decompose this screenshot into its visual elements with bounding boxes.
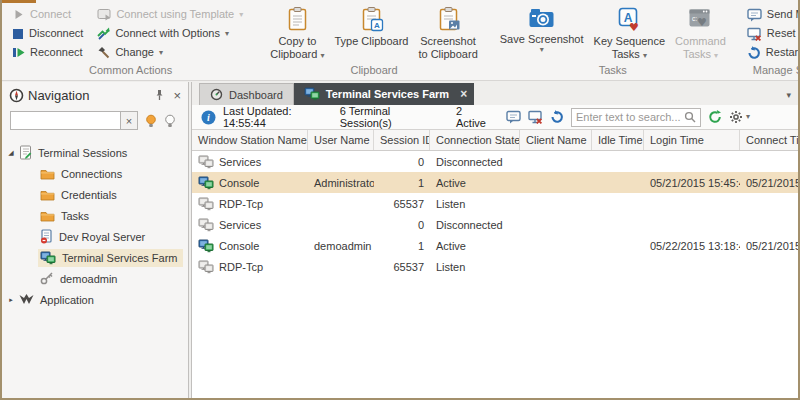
copy-to-clipboard-button[interactable]: Copy to Clipboard ▾	[265, 5, 329, 64]
lightbulb-on-icon[interactable]	[145, 114, 157, 128]
button-label: Reset Session	[767, 24, 800, 43]
table-row[interactable]: Services0Disconnected	[192, 214, 798, 235]
tree-item-terminal-sessions[interactable]: ◢Terminal Sessions	[2, 142, 188, 163]
station-name: Services	[219, 219, 261, 231]
connect-using-template-button[interactable]: Connect using Template ▾	[93, 5, 247, 24]
tab-label: Dashboard	[229, 89, 283, 101]
button-label: Type Clipboard	[334, 35, 408, 48]
expanded-arrow-icon[interactable]: ◢	[5, 149, 17, 157]
cell-state: Listen	[430, 261, 520, 273]
screenshot-to-clipboard-button[interactable]: Screenshot to Clipboard	[413, 5, 482, 64]
tab-strip: Dashboard Terminal Services Farm × ▾	[192, 82, 798, 105]
table-row[interactable]: ConsoleAdministrator1Active05/21/2015 15…	[192, 172, 798, 193]
reset-session-icon[interactable]	[528, 110, 543, 124]
navigation-compass-icon	[9, 88, 24, 103]
cell-state: Active	[430, 240, 520, 252]
type-clipboard-button[interactable]: A Type Clipboard	[329, 5, 413, 64]
reconnect-icon	[12, 46, 25, 59]
cell-user: demoadmin	[308, 240, 374, 252]
collapsed-arrow-icon[interactable]: ▸	[5, 296, 17, 304]
cell-session-id: 65537	[374, 261, 430, 273]
svg-text:♥: ♥	[698, 16, 708, 29]
tree-item-dev-royal-server[interactable]: Dev Royal Server	[2, 226, 188, 247]
navigation-search-box: ×	[10, 111, 138, 130]
send-message-button[interactable]: Send Message	[743, 5, 800, 24]
save-screenshot-button[interactable]: Save Screenshot ▾	[495, 5, 589, 64]
navigation-search-input[interactable]	[11, 112, 120, 129]
tree-item-connections[interactable]: Connections	[2, 163, 188, 184]
folder-icon	[40, 189, 55, 201]
tree-item-demoadmin[interactable]: demoadmin	[2, 268, 188, 289]
cell-station: Services	[192, 218, 308, 232]
tree-item-tasks[interactable]: Tasks	[2, 205, 188, 226]
disconnect-button[interactable]: Disconnect	[8, 24, 87, 43]
connect-with-options-button[interactable]: Connect with Options ▾	[93, 24, 247, 43]
pin-icon[interactable]	[154, 89, 165, 101]
active-count-text: 2 Active	[456, 105, 493, 129]
command-tasks-button[interactable]: c:♥ Command Tasks ▾	[670, 5, 731, 64]
table-search-box	[571, 108, 701, 127]
table-search-input[interactable]	[576, 111, 681, 123]
column-header-client-name[interactable]: Client Name	[520, 130, 592, 150]
window-edge-fragment	[2, 0, 36, 3]
tab-terminal-services-farm[interactable]: Terminal Services Farm ×	[294, 83, 474, 105]
button-label: Key Sequence	[594, 35, 666, 48]
camera-icon	[528, 6, 555, 30]
lightbulb-off-icon[interactable]	[164, 114, 176, 128]
chevron-down-icon: ▾	[320, 51, 324, 60]
navigation-panel: Navigation × × ◢Terminal SessionsConnect…	[2, 82, 189, 398]
tab-list-chevron-icon[interactable]: ▾	[786, 90, 791, 100]
column-header-session-id[interactable]: Session ID	[374, 130, 430, 150]
refresh-icon[interactable]	[708, 110, 722, 124]
app-window: Connect Disconnect Reconnect Connect usi…	[0, 0, 800, 400]
column-header-login-time[interactable]: Login Time	[644, 130, 740, 150]
change-button[interactable]: Change ▾	[93, 43, 247, 62]
clear-search-icon[interactable]: ×	[120, 112, 137, 129]
key-icon	[40, 272, 54, 285]
table-row[interactable]: RDP-Tcp65537Listen	[192, 193, 798, 214]
cell-station: Console	[192, 239, 308, 253]
ribbon-group-clipboard: Copy to Clipboard ▾ A Type Clipboard Scr…	[259, 0, 489, 80]
table-row[interactable]: RDP-Tcp65537Listen	[192, 256, 798, 277]
send-message-icon[interactable]	[506, 110, 521, 124]
play-icon	[12, 8, 25, 21]
key-sequence-icon: A♥	[616, 6, 642, 32]
table-row[interactable]: Consoledemoadmin1Active05/22/2015 13:18:…	[192, 235, 798, 256]
search-icon[interactable]	[684, 111, 696, 123]
ribbon-group-common-actions: Connect Disconnect Reconnect Connect usi…	[2, 0, 259, 80]
column-header-user-name[interactable]: User Name	[308, 130, 374, 150]
cell-session-id: 1	[374, 177, 430, 189]
cell-login: 05/22/2015 13:18:41	[644, 240, 740, 252]
restart-server-icon[interactable]	[550, 110, 564, 124]
tree-item-label: Dev Royal Server	[59, 231, 145, 243]
column-header-window-station-name[interactable]: Window Station Name	[192, 130, 308, 150]
reconnect-button[interactable]: Reconnect	[8, 43, 87, 62]
column-header-idle-time[interactable]: Idle Time	[592, 130, 644, 150]
cell-connect: 05/21/2015 1	[740, 177, 798, 189]
column-header-connect-time[interactable]: Connect Time	[740, 130, 798, 150]
monitors-gray-icon	[198, 155, 214, 169]
tree-item-credentials[interactable]: Credentials	[2, 184, 188, 205]
key-sequence-tasks-button[interactable]: A♥ Key Sequence Tasks ▾	[589, 5, 671, 64]
station-name: Console	[219, 240, 259, 252]
folder-icon	[40, 210, 55, 222]
tree-item-label: Application	[40, 294, 94, 306]
tab-dashboard[interactable]: Dashboard	[199, 83, 294, 105]
table-row[interactable]: Services0Disconnected	[192, 151, 798, 172]
cell-login: 05/21/2015 15:45:43	[644, 177, 740, 189]
close-tab-icon[interactable]: ×	[460, 87, 467, 101]
button-label: Tasks	[612, 48, 640, 60]
royal-server-icon	[40, 229, 53, 244]
close-panel-icon[interactable]: ×	[173, 89, 181, 102]
button-label: Connect using Template	[116, 5, 234, 24]
svg-text:♥: ♥	[629, 21, 639, 32]
reset-session-button[interactable]: Reset Session	[743, 24, 800, 43]
tree-item-terminal-services-farm[interactable]: Terminal Services Farm	[2, 247, 188, 268]
restart-server-button[interactable]: Restart Server	[743, 43, 800, 62]
cell-station: RDP-Tcp	[192, 197, 308, 211]
cell-state: Disconnected	[430, 156, 520, 168]
settings-control[interactable]: ▾	[729, 110, 750, 124]
tree-item-application[interactable]: ▸Application	[2, 289, 188, 310]
column-header-connection-state[interactable]: Connection State	[430, 130, 520, 150]
connect-button[interactable]: Connect	[8, 5, 87, 24]
